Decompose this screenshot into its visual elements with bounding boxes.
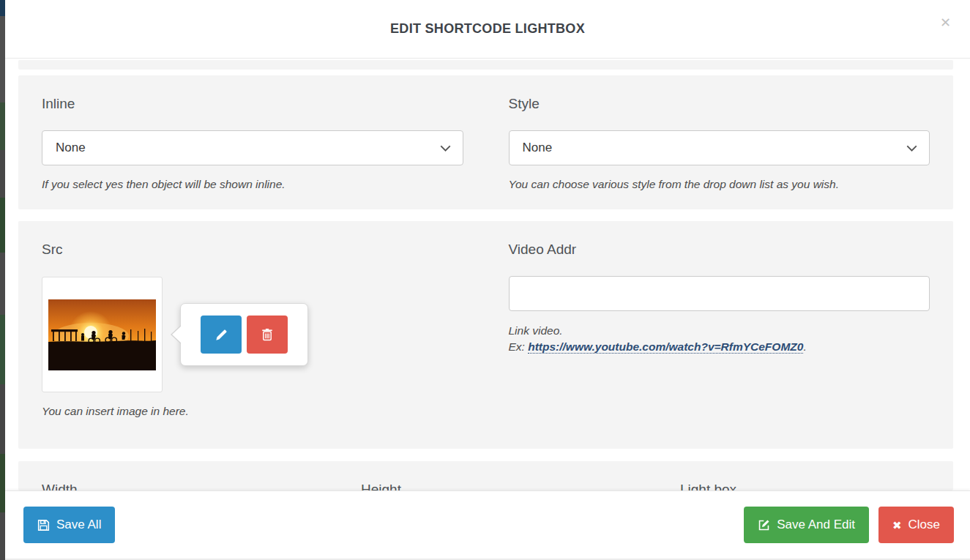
delete-image-button[interactable]	[247, 316, 288, 354]
trash-icon	[261, 328, 273, 341]
scrolled-section-bottom-edge	[18, 60, 953, 70]
width-label: Width	[42, 482, 291, 490]
floppy-disk-icon	[37, 519, 50, 531]
pencil-icon	[214, 328, 228, 342]
save-all-button[interactable]: Save All	[23, 507, 115, 543]
src-thumb-row	[42, 277, 463, 392]
light-box-label: Light box	[680, 482, 930, 490]
page: EDIT SHORTCODE LIGHTBOX ✕ Inline None If…	[0, 0, 970, 560]
sunset-photo	[48, 299, 156, 370]
save-and-edit-button[interactable]: Save And Edit	[744, 507, 869, 543]
video-addr-input[interactable]	[509, 276, 930, 311]
video-help-line2: Ex: https://www.youtube.com/watch?v=RfmY…	[509, 339, 930, 355]
height-label: Height	[361, 482, 611, 490]
src-thumbnail-card[interactable]	[42, 277, 163, 392]
section-src-video: Src	[18, 221, 953, 449]
inline-select-value: None	[56, 141, 434, 155]
section-dimensions: Width Height Light box	[18, 461, 953, 490]
modal-body[interactable]: Inline None If you select yes then objec…	[5, 59, 970, 490]
video-help-ex-suffix: .	[803, 340, 806, 353]
youtube-link[interactable]: https://www.youtube.com/watch?v=RfmYCeFO…	[528, 340, 803, 354]
modal-footer: Save All Save And Edit ✖ Close	[5, 490, 970, 559]
style-label: Style	[509, 96, 930, 112]
chevron-down-icon	[440, 141, 451, 154]
style-select-value: None	[523, 141, 901, 155]
close-button[interactable]: ✖ Close	[878, 507, 954, 543]
inline-label: Inline	[42, 96, 463, 112]
src-help-text: You can insert image in here.	[42, 403, 463, 419]
section-inline-style: Inline None If you select yes then objec…	[18, 75, 953, 209]
field-inline: Inline None If you select yes then objec…	[42, 96, 463, 209]
close-icon[interactable]: ✕	[940, 16, 951, 29]
popover-arrow	[172, 326, 182, 343]
save-all-label: Save All	[56, 518, 101, 532]
edit-shortcode-lightbox-modal: EDIT SHORTCODE LIGHTBOX ✕ Inline None If…	[5, 0, 970, 560]
close-x-icon: ✖	[892, 520, 902, 531]
edit-image-button[interactable]	[201, 316, 242, 354]
modal-header: EDIT SHORTCODE LIGHTBOX ✕	[5, 0, 970, 59]
page-behind-strip	[0, 0, 5, 560]
field-video-addr: Video Addr Link video. Ex: https://www.y…	[509, 242, 930, 449]
style-select[interactable]: None	[509, 130, 930, 165]
page-title: EDIT SHORTCODE LIGHTBOX	[390, 21, 585, 37]
src-label: Src	[42, 242, 463, 258]
src-actions-popover	[180, 303, 308, 366]
edit-square-icon	[758, 519, 770, 531]
style-help-text: You can choose various style from the dr…	[509, 176, 930, 193]
chevron-down-icon	[906, 141, 917, 154]
save-and-edit-label: Save And Edit	[777, 518, 855, 532]
field-src: Src	[42, 242, 463, 449]
field-style: Style None You can choose various style …	[509, 96, 930, 209]
inline-select[interactable]: None	[42, 130, 463, 165]
video-help-ex-prefix: Ex:	[509, 340, 529, 353]
video-addr-label: Video Addr	[509, 242, 930, 258]
video-help-line1: Link video.	[509, 323, 930, 339]
close-label: Close	[909, 518, 940, 532]
inline-help-text: If you select yes then object will be sh…	[42, 176, 463, 193]
